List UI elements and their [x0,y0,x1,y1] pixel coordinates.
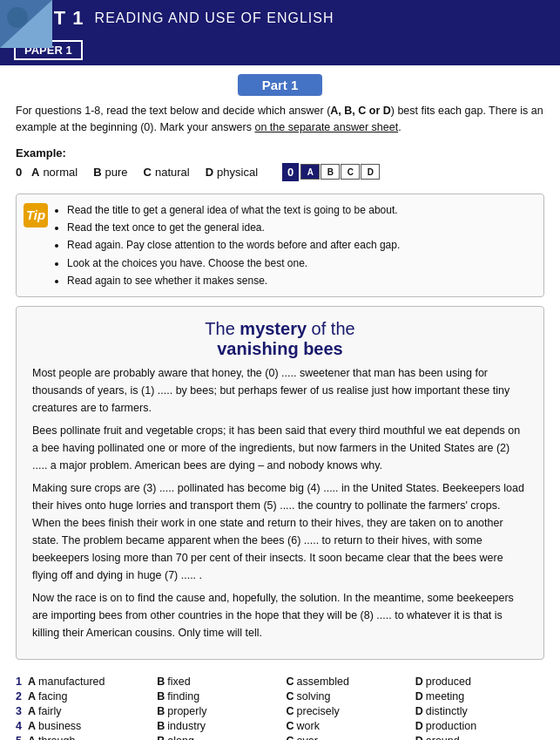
choice-3-num: 3 [16,705,28,717]
choice-2-d: Dmeeting [415,690,544,703]
example-choice-a: A normal [31,166,78,179]
choice-2-c: Csolving [287,690,415,703]
choice-5-d: Daround [415,735,544,740]
article-box: The mystery of the vanishing bees Most p… [16,306,544,660]
choice-2-b: Bfinding [157,690,286,703]
choice-row-5: 5 Athrough Balong Cover Daround [16,735,544,740]
example-label: Example: [16,146,544,160]
corner-decoration [0,0,52,48]
choice-1-c: Cassembled [287,676,415,688]
underline-answer: on the separate answer sheet [254,121,398,133]
tip-box: Tip Read the title to get a general idea… [16,193,544,298]
choice-3-c: Cprecisely [287,705,415,717]
example-a-letter: A [31,166,39,179]
abcd-b: B [320,164,340,180]
tip-icon: Tip [24,203,48,227]
tip-item-1: Read the title to get a general idea of … [67,201,400,219]
example-row: 0 A normal B pure C natural D physical 0… [16,163,544,181]
article-para-1: Most people are probably aware that hone… [32,364,528,417]
example-section: Example: 0 A normal B pure C natural D p… [0,143,560,187]
choice-3-d: Ddistinctly [415,705,544,717]
choice-4-b: Bindustry [157,720,286,732]
choice-5-c: Cover [287,735,415,740]
choice-1-num: 1 [16,676,28,688]
choice-row-4: 4 Abusiness Bindustry Cwork Dproduction [16,720,544,732]
tip-item-3: Read again. Pay close attention to the w… [67,236,400,254]
choice-4-num: 4 [16,720,28,732]
article-para-4: Now the race is on to find the cause and… [32,589,528,642]
example-choice-b: B pure [93,166,127,179]
paper-bar: PAPER 1 [0,37,560,65]
answer-box: 0 A B C D [282,163,380,181]
tip-list: Read the title to get a general idea of … [55,201,400,290]
part-label: Part 1 [238,74,323,96]
part-banner: Part 1 [0,74,560,96]
header: TEST 1 READING AND USE OF ENGLISH [0,0,560,37]
example-d-letter: D [206,166,213,179]
article-para-2: Bees pollinate fruit and vegetable crops… [32,422,528,474]
example-c-letter: C [144,166,152,179]
choice-5-a: Athrough [28,735,157,740]
choice-1-a: Amanufactured [28,676,157,688]
example-choice-c: C natural [144,166,190,179]
article-title-line2: vanishing bees [217,339,343,358]
choices-section: 1 Amanufactured Bfixed Cassembled Dprodu… [0,669,560,740]
bold-abcd: A, B, C or D [330,105,390,117]
choice-4-a: Abusiness [28,720,157,732]
article-body: Most people are probably aware that hone… [32,364,528,642]
choice-row-2: 2 Afacing Bfinding Csolving Dmeeting [16,690,544,703]
instructions: For questions 1-8, read the text below a… [0,103,560,136]
choice-2-num: 2 [16,690,28,703]
example-a-text: normal [43,166,78,179]
choice-5-b: Balong [157,735,286,740]
tip-item-4: Look at the choices you have. Choose the… [67,255,400,272]
abcd-box: A B C D [300,164,380,180]
choice-1-b: Bfixed [157,676,286,688]
example-b-letter: B [93,166,101,179]
choice-row-1: 1 Amanufactured Bfixed Cassembled Dprodu… [16,676,544,688]
tip-item-2: Read the text once to get the general id… [67,219,400,236]
choice-1-d: Dproduced [415,676,544,688]
tip-item-5: Read again to see whether it makes sense… [67,272,400,289]
example-d-text: physical [217,166,258,179]
choice-3-b: Bproperly [157,705,286,717]
example-c-text: natural [155,166,190,179]
choice-row-3: 3 Afairly Bproperly Cprecisely Ddistinct… [16,705,544,717]
abcd-d: D [361,164,380,180]
choice-4-c: Cwork [287,720,415,732]
abcd-a: A [300,164,320,180]
article-title: The mystery of the vanishing bees [32,319,528,359]
instructions-text1: For questions 1-8, read the text below a… [16,105,543,133]
example-choice-d: D physical [206,166,258,179]
choice-4-d: Dproduction [415,720,544,732]
page: TEST 1 READING AND USE OF ENGLISH PAPER … [0,0,560,740]
svg-point-2 [7,7,28,28]
article-para-3: Making sure crops are (3) ..... pollinat… [32,479,528,584]
box-num: 0 [282,163,299,181]
header-title: READING AND USE OF ENGLISH [95,10,334,26]
article-title-bold: mystery [240,319,307,338]
choice-3-a: Afairly [28,705,157,717]
example-num: 0 [16,166,31,179]
example-b-text: pure [105,166,128,179]
choice-2-a: Afacing [28,690,157,703]
abcd-c: C [341,164,360,180]
choice-5-num: 5 [16,735,28,740]
